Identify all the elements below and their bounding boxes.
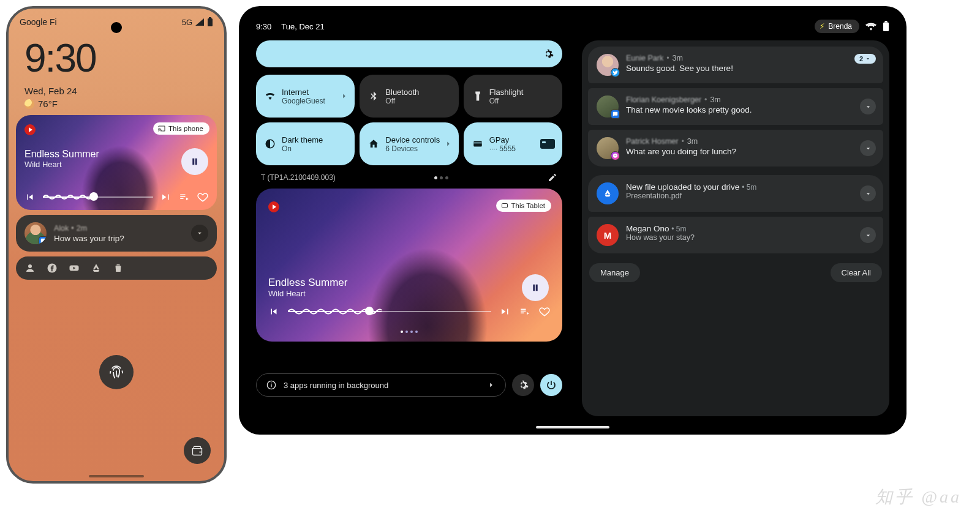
mail-body: How was your stay? <box>626 233 850 242</box>
nav-pill[interactable] <box>536 426 609 428</box>
home-icon <box>368 138 379 149</box>
tablet-statusbar: 9:30 Tue, Dec 21 ⚡︎ Brenda <box>250 15 895 40</box>
expand-button[interactable] <box>860 185 876 201</box>
expand-button[interactable] <box>191 225 208 242</box>
fingerprint-button[interactable] <box>99 355 134 389</box>
brightness-settings-icon[interactable] <box>543 48 554 59</box>
drive-app-icon <box>597 182 619 204</box>
network-type: 5G <box>182 18 192 27</box>
svg-rect-13 <box>271 384 271 387</box>
queue-button[interactable] <box>519 306 530 317</box>
profile-icon <box>24 263 36 274</box>
camera-punchhole <box>111 22 122 33</box>
notification-card[interactable]: Patrick Hosmer•3m What are you doing for… <box>588 130 883 166</box>
card-icon <box>472 138 483 149</box>
page-indicator <box>434 176 448 179</box>
tile-bluetooth[interactable]: BluetoothOff <box>360 75 458 118</box>
notif-time: 2m <box>77 224 87 233</box>
brightness-slider[interactable] <box>256 40 562 67</box>
clear-all-button[interactable]: Clear All <box>831 263 882 282</box>
tile-dark-theme[interactable]: Dark themeOn <box>256 122 355 165</box>
expand-button[interactable] <box>860 99 876 114</box>
notification-card-phone[interactable]: Alok•2m How was your trip? <box>16 215 217 252</box>
expand-button[interactable] <box>860 140 876 156</box>
svg-rect-9 <box>473 143 482 144</box>
gmail-app-icon: M <box>597 224 619 246</box>
cast-icon <box>158 125 165 132</box>
svg-rect-14 <box>271 383 271 383</box>
sender-name: Alok <box>54 224 69 233</box>
wallet-button[interactable] <box>184 437 211 464</box>
chevron-right-icon <box>444 140 453 148</box>
notification-card-mail[interactable]: M Megan Ono • 5m How was your stay? <box>588 217 883 253</box>
output-chip-label: This Tablet <box>511 202 545 209</box>
sender-avatar <box>597 54 619 76</box>
svg-rect-5 <box>883 23 889 32</box>
tile-internet[interactable]: InternetGoogleGuest <box>256 75 355 118</box>
notification-tray[interactable] <box>16 256 217 280</box>
svg-point-2 <box>28 264 32 268</box>
seek-bar[interactable] <box>288 307 491 316</box>
notification-card-drive[interactable]: New file uploaded to your drive • 5m Pre… <box>588 175 883 212</box>
svg-rect-10 <box>502 204 507 208</box>
notification-card[interactable]: Florian Koenigsberger•3m That new movie … <box>588 88 883 125</box>
user-switch-button[interactable]: ⚡︎ Brenda <box>815 20 859 33</box>
chat-badge-icon <box>611 110 620 119</box>
nav-pill[interactable] <box>89 475 144 477</box>
status-date: Tue, Dec 21 <box>281 22 324 31</box>
media-card-tablet[interactable]: This Tablet Endless Summer Wild Heart <box>256 189 562 342</box>
user-name: Brenda <box>828 22 852 31</box>
notification-card[interactable]: Eunie Park•3m Sounds good. See you there… <box>588 47 883 83</box>
queue-button[interactable] <box>179 192 190 203</box>
track-artist: Wild Heart <box>268 289 550 298</box>
media-page-dots <box>401 331 418 333</box>
weather-icon <box>24 99 34 109</box>
manage-notifications-button[interactable]: Manage <box>589 263 640 282</box>
battery-icon <box>207 17 213 27</box>
signal-icon <box>195 18 205 26</box>
favorite-button[interactable] <box>539 306 550 317</box>
wifi-icon <box>865 22 876 31</box>
youtube-icon <box>69 263 80 274</box>
svg-rect-8 <box>473 141 482 147</box>
prev-track-button[interactable] <box>268 306 279 317</box>
output-chip[interactable]: This Tablet <box>496 200 551 212</box>
drive-file-name: Presentation.pdf <box>626 192 850 200</box>
tile-gpay[interactable]: GPay···· 5555 <box>464 122 562 165</box>
svg-rect-1 <box>209 17 211 18</box>
tile-flashlight[interactable]: FlashlightOff <box>464 75 562 118</box>
prev-track-button[interactable] <box>24 192 36 203</box>
chevron-right-icon <box>340 92 349 100</box>
notif-body: How was your trip? <box>54 234 184 243</box>
sender-avatar <box>24 222 47 244</box>
settings-button[interactable] <box>512 374 534 396</box>
info-icon <box>266 380 276 390</box>
tile-device-controls[interactable]: Device controls6 Devices <box>360 122 458 165</box>
group-count-pill[interactable]: 2 <box>854 54 876 64</box>
dark-theme-icon <box>265 138 276 149</box>
media-card-phone[interactable]: This phone Endless Summer Wild Heart <box>16 115 217 210</box>
youtube-music-icon <box>268 201 279 212</box>
lockscreen-date: Wed, Feb 24 <box>24 86 208 96</box>
youtube-music-icon <box>24 124 36 135</box>
output-chip-label: This phone <box>168 125 203 132</box>
status-time: 9:30 <box>256 22 271 31</box>
edit-tiles-button[interactable] <box>548 173 557 182</box>
facebook-icon <box>47 263 58 274</box>
next-track-button[interactable] <box>500 306 511 317</box>
bluetooth-icon <box>368 91 379 102</box>
card-art-icon <box>540 139 555 149</box>
messenger-badge-icon <box>611 151 620 160</box>
next-track-button[interactable] <box>160 192 172 203</box>
expand-button[interactable] <box>860 227 876 243</box>
twitter-badge-icon <box>611 68 620 77</box>
seek-bar[interactable] <box>43 193 153 201</box>
output-chip[interactable]: This phone <box>153 122 209 135</box>
notifications-panel: Eunie Park•3m Sounds good. See you there… <box>582 40 889 416</box>
favorite-button[interactable] <box>197 192 208 203</box>
sender-avatar <box>597 137 619 159</box>
background-apps-pill[interactable]: 3 apps running in background <box>256 373 506 397</box>
power-button[interactable] <box>540 374 562 396</box>
delete-icon <box>113 263 124 274</box>
track-title: Endless Summer <box>24 149 208 160</box>
